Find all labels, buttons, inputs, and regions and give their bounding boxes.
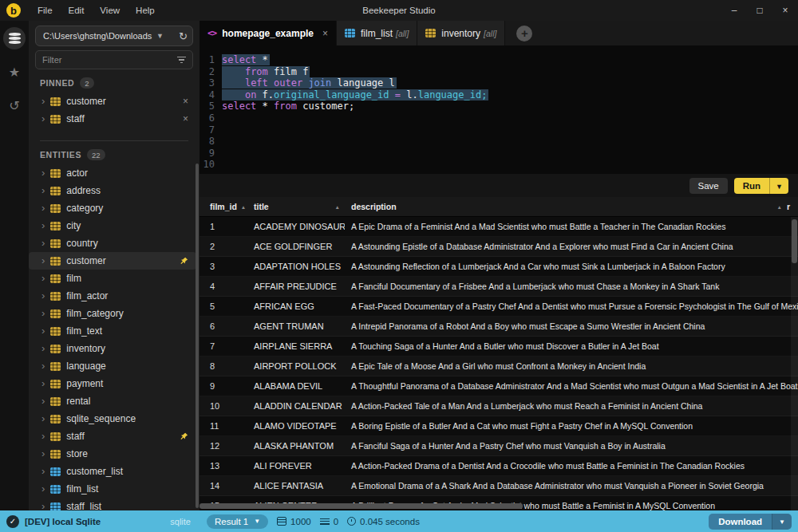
chevron-right-icon[interactable]: › <box>41 167 45 178</box>
code-line[interactable] <box>222 136 798 148</box>
sidebar-item-inventory[interactable]: ›inventory <box>29 340 196 357</box>
column-header-description[interactable]: description ▲ <box>345 202 787 211</box>
filter-icon[interactable] <box>177 57 186 64</box>
favorites-star-icon[interactable]: ★ <box>3 61 26 83</box>
table-row[interactable]: 7AIRPLANE SIERRAA Touching Saga of a Hun… <box>200 337 798 357</box>
chevron-right-icon[interactable]: › <box>41 378 45 388</box>
sort-asc-icon[interactable]: ▲ <box>335 204 340 210</box>
code-line[interactable]: from film f <box>222 66 798 78</box>
sidebar-item-country[interactable]: ›country <box>29 234 196 252</box>
entity-filter-input[interactable]: Filter <box>35 50 193 69</box>
cell-film-id[interactable]: 9 <box>200 381 249 391</box>
cell-description[interactable]: A Fanciful Saga of a Hunter And a Pastry… <box>345 441 798 451</box>
sidebar-item-actor[interactable]: ›actor <box>29 164 196 182</box>
sidebar-item-sqlite_sequence[interactable]: ›sqlite_sequence <box>29 410 196 428</box>
cell-film-id[interactable]: 13 <box>200 461 249 471</box>
code-line[interactable]: select * <box>222 54 798 66</box>
column-header-title[interactable]: title ▲ <box>249 202 345 211</box>
connection-selector[interactable]: C:\Users\ghstng\Downloads ▼ ↻ <box>35 26 193 46</box>
column-header-clipped[interactable]: r <box>787 202 798 211</box>
chevron-right-icon[interactable]: › <box>41 448 45 459</box>
tab-inventory[interactable]: inventory [all] <box>417 21 505 45</box>
sort-asc-icon[interactable]: ▲ <box>241 204 246 210</box>
cell-description[interactable]: A Epic Tale of a Moose And a Girl who mu… <box>345 361 798 371</box>
chevron-right-icon[interactable]: › <box>41 290 45 301</box>
cell-film-id[interactable]: 7 <box>200 341 249 351</box>
sidebar-item-address[interactable]: ›address <box>29 182 196 199</box>
chevron-right-icon[interactable]: › <box>41 238 45 248</box>
cell-film-id[interactable]: 5 <box>200 301 249 311</box>
table-row[interactable]: 4AFFAIR PREJUDICEA Fanciful Documentary … <box>200 277 798 297</box>
sidebar-item-rental[interactable]: ›rental <box>29 392 196 410</box>
chevron-right-icon[interactable]: › <box>41 361 45 371</box>
table-row[interactable]: 9ALABAMA DEVILA Thoughtful Panorama of a… <box>200 376 798 396</box>
table-row[interactable]: 1ACADEMY DINOSAURA Epic Drama of a Femin… <box>200 217 798 237</box>
run-options-caret-icon[interactable]: ▼ <box>770 178 788 194</box>
sidebar-item-customer[interactable]: ›customer <box>29 252 196 270</box>
chevron-right-icon[interactable]: › <box>41 113 45 124</box>
sidebar-item-staff[interactable]: ›staff <box>29 428 196 445</box>
column-header-film-id[interactable]: film_id ▲ <box>200 202 249 211</box>
maximize-button[interactable]: □ <box>747 5 772 16</box>
chevron-right-icon[interactable]: › <box>41 466 45 476</box>
cell-title[interactable]: ALADDIN CALENDAR <box>249 401 345 411</box>
cell-film-id[interactable]: 2 <box>200 242 249 251</box>
cell-film-id[interactable]: 6 <box>200 321 249 331</box>
cell-description[interactable]: A Fanciful Documentary of a Frisbee And … <box>345 282 798 291</box>
menu-help[interactable]: Help <box>128 2 162 18</box>
results-vertical-scrollbar[interactable] <box>792 219 797 263</box>
sidebar-item-customer_list[interactable]: ›customer_list <box>29 463 196 480</box>
cell-title[interactable]: AFFAIR PREJUDICE <box>249 282 345 291</box>
chevron-right-icon[interactable]: › <box>41 220 45 231</box>
table-row[interactable]: 3ADAPTATION HOLESA Astounding Reflection… <box>200 257 798 277</box>
cell-film-id[interactable]: 1 <box>200 222 249 231</box>
chevron-right-icon[interactable]: › <box>41 431 45 441</box>
chevron-right-icon[interactable]: › <box>41 255 45 266</box>
table-row[interactable]: 5AFRICAN EGGA Fast-Paced Documentary of … <box>200 297 798 317</box>
refresh-icon[interactable]: ↻ <box>179 30 188 42</box>
cell-title[interactable]: AIRPORT POLLOCK <box>249 361 345 371</box>
chevron-right-icon[interactable]: › <box>41 396 45 406</box>
sidebar-item-staff_list[interactable]: ›staff_list <box>29 498 196 510</box>
sidebar-item-payment[interactable]: ›payment <box>29 375 196 392</box>
code-line[interactable] <box>222 148 798 160</box>
chevron-right-icon[interactable]: › <box>41 413 45 424</box>
close-button[interactable]: × <box>772 5 798 16</box>
table-row[interactable]: 6AGENT TRUMANA Intrepid Panorama of a Ro… <box>200 317 798 337</box>
cell-film-id[interactable]: 4 <box>200 282 249 291</box>
unpin-close-icon[interactable]: × <box>183 96 188 107</box>
chevron-right-icon[interactable]: › <box>41 308 45 318</box>
table-row[interactable]: 11ALAMO VIDEOTAPEA Boring Epistle of a B… <box>200 416 798 436</box>
sidebar-scrollbar[interactable] <box>196 164 199 508</box>
results-horizontal-scrollbar[interactable] <box>200 503 523 509</box>
cell-title[interactable]: AGENT TRUMAN <box>249 321 345 331</box>
history-icon[interactable]: ↺ <box>3 94 26 116</box>
sidebar-item-film_text[interactable]: ›film_text <box>29 322 196 340</box>
connection-ok-icon[interactable]: ✓ <box>6 515 19 528</box>
cell-title[interactable]: ALASKA PHANTOM <box>249 441 345 451</box>
cell-description[interactable]: A Touching Saga of a Hunter And a Butler… <box>345 341 798 351</box>
database-tables-icon[interactable] <box>3 27 26 49</box>
result-selector[interactable]: Result 1 ▼ <box>207 514 268 529</box>
cell-description[interactable]: A Thoughtful Panorama of a Database Admi… <box>345 381 798 391</box>
code-line[interactable] <box>222 159 798 171</box>
table-row[interactable]: 12ALASKA PHANTOMA Fanciful Saga of a Hun… <box>200 436 798 456</box>
cell-description[interactable]: A Astounding Reflection of a Lumberjack … <box>345 262 798 271</box>
sidebar-item-film_category[interactable]: ›film_category <box>29 305 196 322</box>
pin-icon[interactable] <box>180 432 188 441</box>
cell-title[interactable]: ACADEMY DINOSAUR <box>249 222 345 231</box>
code-line[interactable] <box>222 112 798 124</box>
cell-title[interactable]: ALABAMA DEVIL <box>249 381 345 391</box>
chevron-right-icon[interactable]: › <box>41 273 45 283</box>
cell-title[interactable]: AFRICAN EGG <box>249 301 345 311</box>
cell-title[interactable]: ALI FOREVER <box>249 461 345 471</box>
table-row[interactable]: 13ALI FOREVERA Action-Packed Drama of a … <box>200 456 798 476</box>
sidebar-item-staff[interactable]: ›staff× <box>29 110 196 128</box>
unpin-close-icon[interactable]: × <box>183 113 188 124</box>
sidebar-item-film[interactable]: ›film <box>29 270 196 287</box>
table-row[interactable]: 10ALADDIN CALENDARA Action-Packed Tale o… <box>200 396 798 416</box>
chevron-right-icon[interactable]: › <box>41 203 45 213</box>
cell-description[interactable]: A Epic Drama of a Feminist And a Mad Sci… <box>345 222 798 231</box>
run-button[interactable]: Run ▼ <box>734 178 788 194</box>
tab-film-list[interactable]: film_list [all] <box>337 21 417 45</box>
